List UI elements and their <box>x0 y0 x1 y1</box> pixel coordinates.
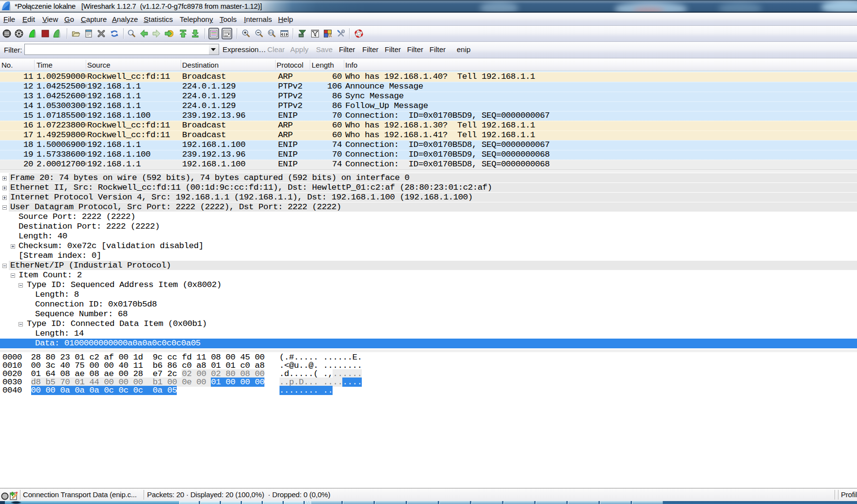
svg-text:1:1: 1:1 <box>269 31 273 34</box>
